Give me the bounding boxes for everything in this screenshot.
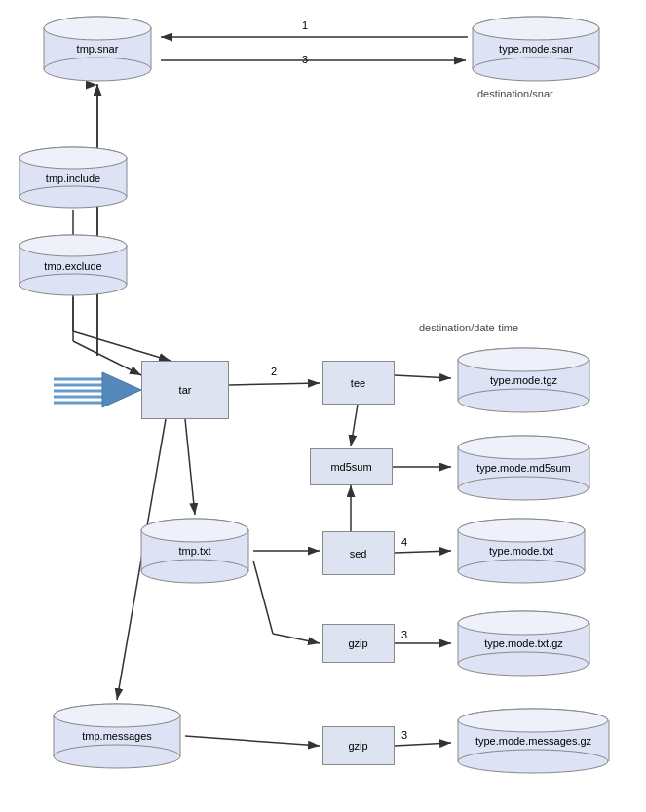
tmp-include-label: tmp.include [46, 173, 100, 184]
tmp-messages-cylinder: tmp.messages [49, 702, 185, 770]
svg-line-13 [351, 405, 358, 446]
gzip-txt-box: gzip [322, 624, 395, 663]
svg-point-41 [19, 186, 127, 208]
type-mode-snar-cylinder: type.mode.snar [468, 15, 604, 83]
svg-point-61 [141, 519, 248, 542]
svg-point-47 [19, 274, 127, 295]
svg-line-23 [185, 736, 320, 746]
md5sum-box: md5sum [310, 448, 393, 485]
sed-box: sed [322, 531, 395, 575]
arrow-label-3b: 3 [401, 629, 407, 640]
svg-point-91 [458, 611, 589, 635]
svg-point-97 [458, 709, 608, 732]
svg-point-78 [458, 477, 589, 500]
arrow-label-3a: 3 [302, 54, 308, 65]
tee-box: tee [322, 361, 395, 405]
arrow-label-1: 1 [302, 19, 308, 31]
svg-line-16 [395, 551, 451, 553]
svg-point-90 [458, 652, 589, 676]
destination-datetime-label: destination/date-time [419, 322, 518, 333]
type-mode-tgz-label: type.mode.tgz [490, 374, 557, 386]
tmp-snar-label: tmp.snar [77, 43, 119, 55]
type-mode-txt-cylinder: type.mode.txt [453, 517, 589, 585]
svg-point-84 [458, 560, 585, 583]
tmp-exclude-label: tmp.exclude [44, 260, 101, 272]
tmp-txt-cylinder: tmp.txt [136, 517, 253, 585]
type-mode-txt-gz-label: type.mode.txt.gz [484, 638, 563, 649]
sed-label: sed [350, 548, 367, 560]
type-mode-messages-gz-label: type.mode.messages.gz [475, 735, 591, 747]
svg-line-24 [395, 743, 451, 746]
svg-point-30 [44, 17, 151, 40]
svg-line-12 [395, 375, 451, 378]
tmp-txt-label: tmp.txt [178, 545, 210, 557]
svg-line-8 [73, 331, 171, 361]
gzip-msg-label: gzip [348, 740, 367, 752]
tmp-include-cylinder: tmp.include [15, 146, 132, 210]
svg-point-85 [458, 519, 585, 542]
stdin-arrow [54, 367, 141, 412]
destination-snar-label: destination/snar [477, 88, 553, 99]
svg-point-29 [44, 58, 151, 81]
svg-point-79 [458, 436, 589, 459]
gzip-msg-box: gzip [322, 726, 395, 765]
type-mode-snar-label: type.mode.snar [499, 43, 573, 55]
svg-point-36 [473, 17, 599, 40]
svg-point-96 [458, 750, 608, 773]
tmp-messages-label: tmp.messages [82, 730, 152, 742]
svg-point-67 [54, 704, 180, 727]
arrow-label-3c: 3 [401, 729, 407, 741]
type-mode-txt-gz-cylinder: type.mode.txt.gz [453, 609, 594, 677]
svg-marker-55 [102, 372, 141, 407]
tee-label: tee [351, 377, 365, 389]
svg-point-42 [19, 147, 127, 169]
svg-point-35 [473, 58, 599, 81]
svg-point-72 [458, 389, 589, 412]
md5sum-label: md5sum [330, 461, 371, 473]
type-mode-messages-gz-cylinder: type.mode.messages.gz [453, 707, 614, 775]
type-mode-txt-label: type.mode.txt [489, 545, 553, 557]
arrow-label-4: 4 [401, 536, 407, 548]
svg-line-19 [273, 634, 320, 643]
tmp-snar-cylinder: tmp.snar [39, 15, 156, 83]
type-mode-md5sum-label: type.mode.md5sum [476, 462, 571, 474]
svg-point-73 [458, 348, 589, 371]
type-mode-tgz-cylinder: type.mode.tgz [453, 346, 594, 414]
svg-line-21 [185, 419, 195, 515]
tar-label: tar [179, 384, 192, 396]
svg-line-11 [229, 383, 320, 385]
arrow-label-2: 2 [271, 366, 277, 377]
svg-point-48 [19, 235, 127, 256]
tar-box: tar [141, 361, 229, 419]
gzip-txt-label: gzip [348, 638, 367, 649]
svg-point-60 [141, 560, 248, 583]
diagram: tmp.snar type.mode.snar destination/snar… [0, 0, 646, 812]
tmp-exclude-cylinder: tmp.exclude [15, 234, 132, 297]
svg-point-66 [54, 745, 180, 768]
type-mode-md5sum-cylinder: type.mode.md5sum [453, 434, 594, 502]
svg-line-18 [253, 561, 273, 634]
